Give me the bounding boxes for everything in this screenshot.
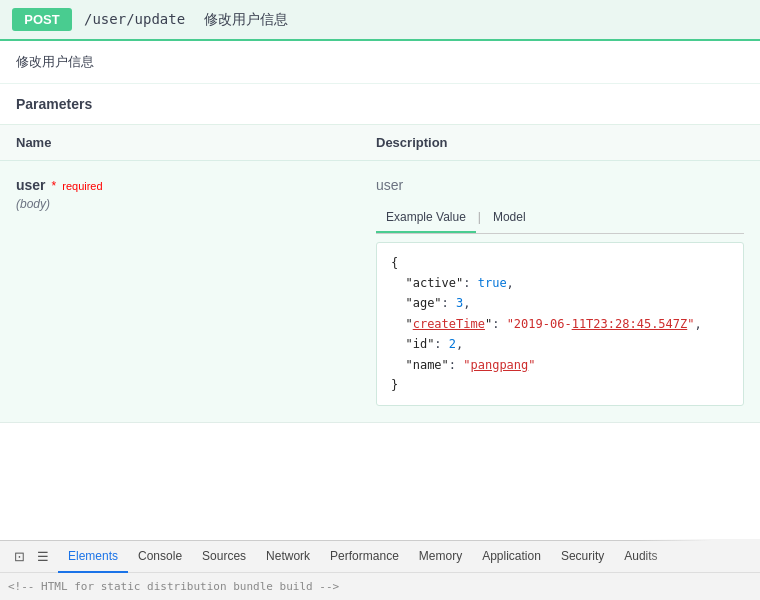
- json-val-createtime: "2019-06-11T23:28:45.547Z": [507, 317, 695, 331]
- param-name-col: user * required (body): [16, 177, 376, 406]
- devtools-cursor-icon[interactable]: ⊡: [10, 548, 28, 566]
- devtools-tab-performance[interactable]: Performance: [320, 541, 409, 573]
- endpoint-description: 修改用户信息: [204, 11, 288, 27]
- devtools-bar: ⊡ ☰ Elements Console Sources Network Per…: [0, 540, 760, 600]
- param-required-star: *: [52, 179, 57, 193]
- example-value-tab[interactable]: Example Value: [376, 203, 476, 233]
- json-key-name: "name": [405, 358, 448, 372]
- json-key-createtime: "createTime": [405, 317, 492, 331]
- json-block: { "active": true, "age": 3, "createTime"…: [376, 242, 744, 407]
- param-row: user * required (body) user Example Valu…: [0, 161, 760, 423]
- json-close-brace: }: [391, 378, 398, 392]
- devtools-bottom: <!-- HTML for static distribution bundle…: [0, 573, 760, 600]
- method-badge: POST: [12, 8, 72, 31]
- devtools-tab-memory[interactable]: Memory: [409, 541, 472, 573]
- devtools-inspect-icon[interactable]: ☰: [34, 548, 52, 566]
- main-content: POST /user/update 修改用户信息 修改用户信息 Paramete…: [0, 0, 760, 540]
- params-table-header: Name Description: [0, 125, 760, 161]
- devtools-tab-elements[interactable]: Elements: [58, 541, 128, 573]
- devtools-tab-application[interactable]: Application: [472, 541, 551, 573]
- endpoint-path: /user/update 修改用户信息: [84, 11, 288, 29]
- model-tab[interactable]: Model: [483, 203, 536, 233]
- tab-divider: |: [476, 203, 483, 233]
- devtools-tab-network[interactable]: Network: [256, 541, 320, 573]
- json-key-active: "active": [405, 276, 463, 290]
- endpoint-header: POST /user/update 修改用户信息: [0, 0, 760, 41]
- json-val-active: true: [478, 276, 507, 290]
- json-key-age: "age": [405, 296, 441, 310]
- example-tabs: Example Value | Model: [376, 203, 744, 234]
- devtools-comment: <!-- HTML for static distribution bundle…: [0, 578, 347, 595]
- json-open-brace: {: [391, 256, 398, 270]
- json-val-name: "pangpang": [463, 358, 535, 372]
- param-desc-col: user Example Value | Model { "active": t…: [376, 177, 744, 406]
- devtools-tab-console[interactable]: Console: [128, 541, 192, 573]
- devtools-tabs: ⊡ ☰ Elements Console Sources Network Per…: [0, 541, 760, 573]
- param-name-line: user * required: [16, 177, 376, 193]
- devtools-icons: ⊡ ☰: [4, 548, 58, 566]
- section-description: 修改用户信息: [0, 41, 760, 84]
- json-key-id: "id": [405, 337, 434, 351]
- json-val-id: 2: [449, 337, 456, 351]
- param-required-text: required: [62, 180, 102, 192]
- col-desc-header: Description: [376, 135, 744, 150]
- devtools-tab-sources[interactable]: Sources: [192, 541, 256, 573]
- devtools-tab-audits[interactable]: Audits: [614, 541, 667, 573]
- col-name-header: Name: [16, 135, 376, 150]
- param-type: user: [376, 177, 744, 193]
- json-createtime-link: createTime: [413, 317, 485, 331]
- parameters-title: Parameters: [16, 96, 92, 112]
- devtools-tab-security[interactable]: Security: [551, 541, 614, 573]
- param-name: user: [16, 177, 46, 193]
- param-location: (body): [16, 197, 376, 211]
- parameters-section: Parameters: [0, 84, 760, 125]
